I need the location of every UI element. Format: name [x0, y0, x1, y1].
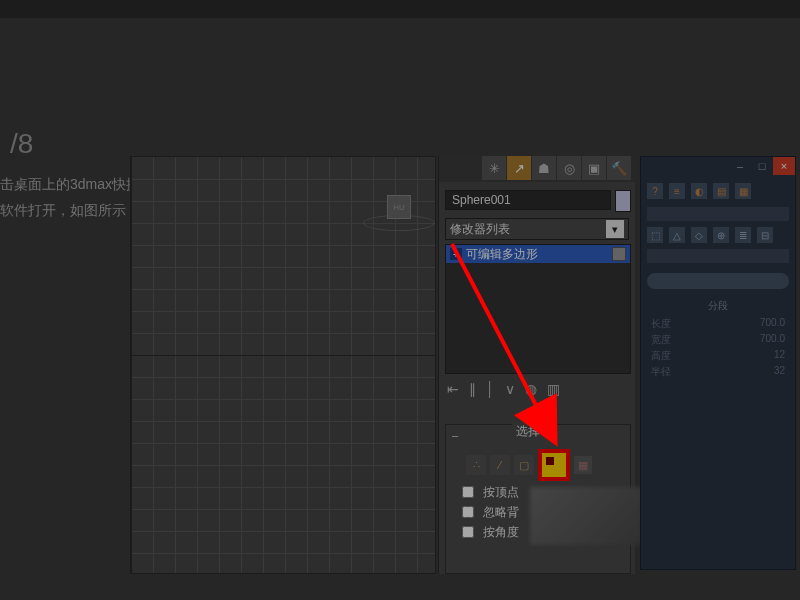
- tutorial-overlay: [0, 0, 800, 600]
